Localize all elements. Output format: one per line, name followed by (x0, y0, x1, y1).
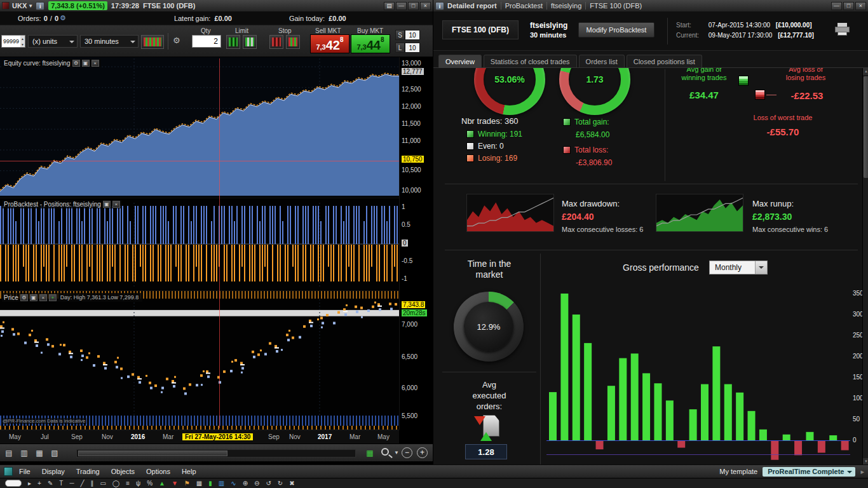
tab-statistics[interactable]: Statistics of closed trades (484, 55, 577, 67)
table-view-icon[interactable]: ▦ (363, 447, 376, 459)
long-qty-input[interactable]: 10 (405, 43, 420, 53)
scrollbar-thumb[interactable] (78, 451, 227, 456)
chart-mode-icon[interactable]: ▤ (3, 447, 15, 459)
wrench-icon[interactable]: ⚙ (20, 294, 28, 301)
close-button[interactable]: × (855, 2, 866, 10)
sell-market-button[interactable]: 7,3 42 8 (310, 34, 349, 53)
gear-icon[interactable]: ⚙ (60, 14, 66, 22)
popout-icon[interactable]: ▣ (103, 201, 111, 208)
settings-wrench-icon[interactable]: ⚙ (173, 36, 180, 45)
short-qty-input[interactable]: 10 (405, 30, 420, 40)
popout-icon[interactable]: ▣ (82, 60, 90, 67)
channel-tool-icon[interactable]: ∥ (91, 479, 94, 488)
menu-help[interactable]: Help (182, 468, 196, 475)
pencil-icon[interactable]: ✎ (48, 479, 53, 488)
add-indicator-icon[interactable]: + (49, 294, 57, 301)
symbol-dropdown[interactable]: UKX (12, 2, 27, 10)
menu-options[interactable]: Options (146, 468, 170, 475)
scroll-down-icon[interactable]: ▼ (863, 458, 868, 464)
period-select[interactable]: Monthly (709, 261, 768, 274)
zoom-out-icon[interactable]: ⊖ (254, 479, 259, 488)
latent-gain-value: £0.00 (214, 15, 232, 22)
close-icon[interactable]: × (39, 294, 47, 301)
zoom-dropdown-icon[interactable]: ▼ (390, 447, 403, 459)
stop-sell-button[interactable] (286, 35, 300, 49)
zoom-in-button[interactable]: + (417, 447, 428, 458)
close-icon[interactable]: × (112, 201, 120, 208)
window-list-icon[interactable]: ▤ (384, 2, 395, 10)
pitchfork-tool-icon[interactable]: ψ (136, 479, 140, 488)
line-chart-icon[interactable]: ∿ (231, 479, 236, 488)
fibonacci-tool-icon[interactable]: ≡ (126, 479, 130, 488)
crosshair-icon[interactable]: + (37, 479, 41, 488)
zoom-out-button[interactable]: − (402, 447, 412, 458)
qty-input[interactable]: 2 (192, 35, 221, 48)
scrollbar-thumb[interactable] (864, 76, 868, 178)
menu-trading[interactable]: Trading (76, 468, 100, 475)
vertical-scrollbar[interactable]: ▲ ▼ (862, 68, 868, 464)
arrow-up-icon[interactable]: ▲ (159, 479, 165, 488)
redo-icon[interactable]: ↻ (278, 479, 283, 488)
maximize-button[interactable]: □ (408, 2, 419, 10)
limit-sell-button[interactable] (243, 35, 257, 49)
quick-search-box[interactable] (5, 480, 22, 487)
percent-tool-icon[interactable]: % (147, 479, 153, 488)
chart-pattern-icon[interactable]: ▧ (48, 447, 61, 459)
pointer-icon[interactable]: ▸ (28, 479, 31, 488)
popout-icon[interactable]: ▣ (30, 294, 37, 301)
avg-loss-connector (766, 95, 776, 95)
grid-icon[interactable]: ▦ (196, 479, 202, 488)
limit-buy-button[interactable] (226, 35, 240, 49)
minimize-button[interactable]: — (396, 2, 407, 10)
units-dropdown-value: (x) units (32, 37, 57, 45)
minimize-button[interactable]: — (831, 2, 842, 10)
rectangle-tool-icon[interactable]: ▭ (100, 479, 106, 488)
expand-icon[interactable]: ▸ (860, 468, 864, 476)
chart-style-dropdown[interactable] (141, 35, 164, 49)
trendline-tool-icon[interactable]: ╱ (80, 479, 84, 488)
template-label[interactable]: My template (719, 468, 757, 475)
stop-column-label: Stop (278, 27, 292, 34)
ellipse-tool-icon[interactable]: ◯ (112, 479, 119, 488)
chevron-down-icon[interactable]: ▼ (28, 3, 33, 9)
horizontal-scrollbar[interactable] (76, 449, 356, 458)
app-icon[interactable] (4, 467, 13, 476)
candlestick-icon[interactable]: ▮ (208, 479, 212, 488)
flag-icon[interactable]: ⚑ (184, 479, 190, 488)
buy-market-button[interactable]: 7,3 44 8 (351, 34, 390, 53)
current-row: Current: 09-May-2017 17:30:00 [£12,777.1… (676, 32, 814, 39)
chart-layers-icon[interactable]: ▦ (33, 447, 46, 459)
edition-selector[interactable]: ProRealTime Complete (763, 467, 855, 477)
stop-buy-button[interactable] (269, 35, 283, 49)
y-axis-gutter[interactable]: 13,00012,77712,50012,00011,50011,00010,7… (399, 57, 433, 430)
info-icon[interactable]: i (36, 2, 44, 10)
close-icon[interactable]: × (92, 60, 99, 67)
delete-icon[interactable]: ✖ (289, 479, 294, 488)
zoom-tool-icon[interactable] (381, 448, 389, 456)
scroll-up-icon[interactable]: ▲ (863, 68, 868, 75)
chart-grid-icon[interactable]: ▥ (18, 447, 31, 459)
maximize-button[interactable]: □ (843, 2, 854, 10)
close-button[interactable]: × (420, 2, 431, 10)
undo-icon[interactable]: ↺ (266, 479, 271, 488)
zoom-in-icon[interactable]: ⊕ (243, 479, 248, 488)
timeframe-dropdown[interactable]: 30 minutes (80, 35, 139, 48)
y-axis-label: 12,500 (402, 86, 421, 93)
print-icon[interactable] (835, 23, 850, 36)
hline-tool-icon[interactable]: ─ (69, 479, 74, 488)
quantity-stepper[interactable]: 99999 ▲▼ (1, 35, 25, 48)
arrow-down-icon[interactable]: ▼ (172, 479, 178, 488)
stepper-arrows-icon[interactable]: ▲▼ (20, 36, 25, 47)
menu-display[interactable]: Display (42, 468, 65, 475)
bar-chart-icon[interactable]: ▥ (219, 479, 224, 488)
tab-overview[interactable]: Overview (438, 55, 482, 68)
text-tool-icon[interactable]: T (59, 479, 63, 488)
tab-orders-list[interactable]: Orders list (579, 55, 625, 67)
x-axis-timeline[interactable]: MayJulSepNov2016MarFri 27-May-2016 14:30… (0, 430, 399, 444)
units-dropdown[interactable]: (x) units (28, 35, 78, 48)
tab-closed-positions[interactable]: Closed positions list (627, 55, 702, 67)
wrench-icon[interactable]: ⚙ (72, 60, 80, 67)
menu-objects[interactable]: Objects (111, 468, 135, 475)
menu-file[interactable]: File (19, 468, 31, 475)
modify-probacktest-button[interactable]: Modify ProBacktest (578, 22, 654, 37)
